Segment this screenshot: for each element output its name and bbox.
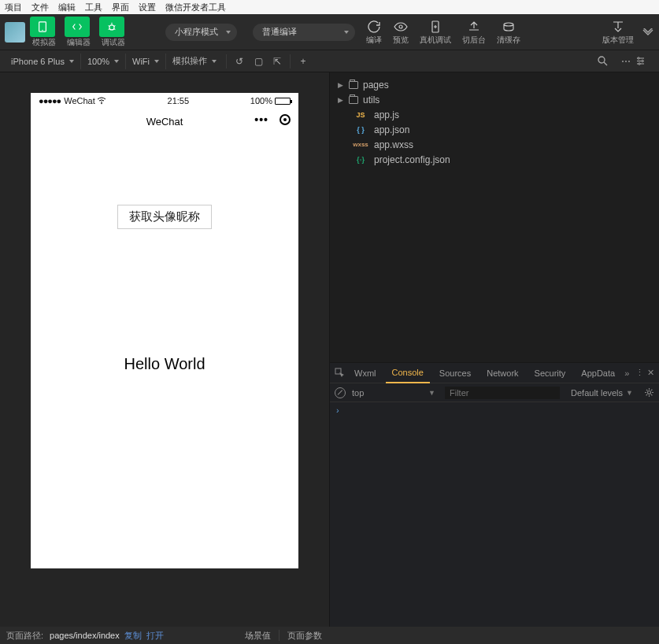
remote-debug-button[interactable]: 真机调试: [420, 19, 451, 46]
clear-cache-button[interactable]: 清缓存: [497, 19, 520, 46]
tree-file-config[interactable]: {◦} project.config.json: [333, 152, 656, 167]
battery-label: 100%: [250, 96, 272, 105]
tree-file-appwxss[interactable]: wxss app.wxss: [333, 137, 656, 152]
preview-label: 预览: [393, 35, 409, 46]
phone-status-bar: ●●●●● WeChat 21:55 100%: [31, 93, 298, 109]
tabs-overflow-icon[interactable]: »: [624, 368, 629, 378]
tree-file-appjs[interactable]: JS app.js: [333, 107, 656, 122]
separator: [226, 54, 227, 68]
tree-folder-pages[interactable]: ▶ pages: [333, 77, 656, 92]
close-icon[interactable]: ✕: [647, 368, 654, 378]
clear-console-icon[interactable]: [335, 387, 346, 398]
clear-label: 清缓存: [497, 35, 520, 46]
debugger-label: 调试器: [102, 37, 125, 48]
tab-sources[interactable]: Sources: [433, 363, 477, 383]
mode-label: 小程序模式: [175, 26, 218, 38]
phone-nav-bar: WeChat •••: [31, 109, 298, 134]
menu-project[interactable]: 项目: [5, 2, 22, 13]
chevron-down-icon: [114, 60, 119, 63]
chevron-right-icon: ▶: [338, 81, 344, 89]
background-button[interactable]: 切后台: [462, 19, 486, 46]
levels-label: Default levels: [571, 388, 623, 398]
collapse-icon[interactable]: ⋯: [616, 56, 635, 67]
editor-toggle[interactable]: 编辑器: [65, 17, 93, 48]
simulator-toggle[interactable]: 模拟器: [30, 17, 58, 48]
chevron-down-icon: [344, 31, 349, 34]
device-select[interactable]: iPhone 6 Plus: [5, 54, 81, 69]
gear-icon[interactable]: [644, 387, 654, 398]
mock-select[interactable]: 模拟操作: [166, 54, 223, 69]
devtools-tabs: Wxml Console Sources Network Security Ap…: [330, 363, 659, 383]
folder-icon: [349, 96, 358, 104]
console-filter-bar: top ▼ Filter Default levels ▼: [330, 383, 659, 402]
tab-console[interactable]: Console: [386, 363, 430, 383]
zoom-select[interactable]: 100%: [81, 54, 126, 69]
screenshot-icon[interactable]: ▢: [249, 56, 268, 67]
separator: [279, 630, 280, 641]
context-select[interactable]: top ▼: [352, 388, 439, 398]
preview-button[interactable]: 预览: [393, 19, 409, 46]
search-icon[interactable]: [598, 56, 616, 66]
svg-point-7: [642, 60, 643, 61]
settings-icon[interactable]: [635, 56, 654, 66]
debugger-toggle[interactable]: 调试器: [99, 17, 128, 48]
svg-point-9: [101, 103, 102, 105]
battery-icon: [275, 98, 291, 105]
compile-button[interactable]: 编译: [366, 19, 382, 46]
separator: [290, 54, 291, 68]
page-params-label[interactable]: 页面参数: [287, 630, 322, 642]
tab-appdata[interactable]: AppData: [575, 363, 621, 383]
status-bar: 页面路径: pages/index/index 复制 打开 场景值 页面参数: [0, 627, 659, 644]
copy-path-link[interactable]: 复制: [124, 630, 142, 642]
console-body[interactable]: ›: [330, 402, 659, 627]
more-icon[interactable]: ⋮: [635, 368, 644, 378]
simulator-toolbar: iPhone 6 Plus 100% WiFi 模拟操作 ↺ ▢ ⇱ + ⋯: [0, 50, 659, 72]
signal-icon: ●●●●●: [39, 96, 61, 105]
scene-label[interactable]: 场景值: [245, 630, 271, 642]
rotate-icon[interactable]: ↺: [230, 56, 249, 67]
svg-point-1: [42, 29, 43, 30]
overflow-icon[interactable]: [642, 28, 654, 36]
context-label: top: [352, 388, 364, 398]
new-file-icon[interactable]: +: [294, 56, 313, 67]
file-label: app.wxss: [374, 139, 413, 150]
tree-file-appjson[interactable]: { } app.json: [333, 122, 656, 137]
menu-file[interactable]: 文件: [31, 2, 49, 13]
tab-wxml[interactable]: Wxml: [348, 363, 383, 383]
get-avatar-button[interactable]: 获取头像昵称: [117, 205, 212, 229]
detach-icon[interactable]: ⇱: [268, 56, 287, 67]
chevron-down-icon: [226, 31, 231, 34]
phone-frame: ●●●●● WeChat 21:55 100% WeChat ••• 获取头像昵…: [31, 93, 298, 568]
open-path-link[interactable]: 打开: [146, 630, 164, 642]
tab-security[interactable]: Security: [528, 363, 572, 383]
version-button[interactable]: 版本管理: [602, 19, 634, 46]
svg-point-3: [399, 25, 402, 28]
chevron-down-icon: [212, 60, 217, 63]
menu-dots-icon[interactable]: •••: [254, 113, 268, 126]
tab-network[interactable]: Network: [480, 363, 524, 383]
file-label: project.config.json: [374, 154, 450, 165]
simulator-label: 模拟器: [32, 37, 56, 48]
menu-tools[interactable]: 工具: [85, 2, 102, 13]
tree-folder-utils[interactable]: ▶ utils: [333, 92, 656, 107]
user-avatar[interactable]: [5, 22, 25, 43]
network-select[interactable]: WiFi: [126, 54, 166, 69]
compile-label: 普通编译: [262, 26, 297, 38]
inspect-icon[interactable]: [335, 368, 345, 378]
svg-point-11: [648, 391, 651, 394]
mode-select[interactable]: 小程序模式: [165, 24, 237, 41]
compile-btn-label: 编译: [366, 35, 382, 46]
page-title: WeChat: [146, 116, 183, 128]
compile-select[interactable]: 普通编译: [253, 24, 355, 41]
menu-devtools[interactable]: 微信开发者工具: [165, 2, 226, 13]
menu-settings[interactable]: 设置: [139, 2, 156, 13]
levels-select[interactable]: Default levels ▼: [566, 388, 638, 398]
svg-point-5: [598, 57, 605, 63]
folder-label: utils: [363, 94, 379, 105]
menu-edit[interactable]: 编辑: [58, 2, 76, 13]
carrier-label: WeChat: [64, 96, 95, 105]
filter-input[interactable]: Filter: [445, 387, 560, 399]
wxss-icon: wxss: [352, 141, 369, 148]
menu-view[interactable]: 界面: [112, 2, 129, 13]
close-target-icon[interactable]: [280, 114, 291, 125]
